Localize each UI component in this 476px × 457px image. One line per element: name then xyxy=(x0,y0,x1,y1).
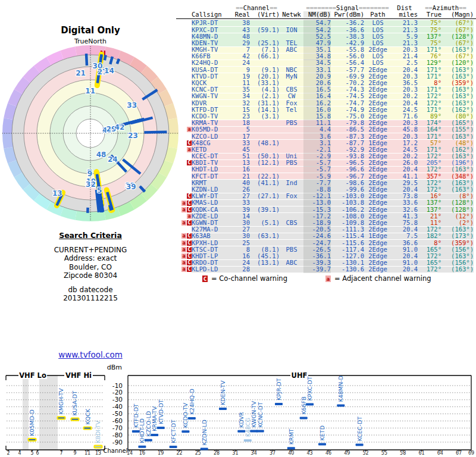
table-row: KMGH-TV7(7.1)ABC35.1-55.82Edge20.3171°(1… xyxy=(176,46,476,53)
y-axis-tick-label: -80 xyxy=(112,431,123,439)
signal-bar-callsign-label: KDVR xyxy=(238,412,245,428)
x-axis-tick-label: 40 xyxy=(288,450,294,456)
signal-bar xyxy=(71,418,79,421)
radar-channel-label: 11 xyxy=(85,87,95,95)
co-channel-badge-icon: C xyxy=(187,160,192,165)
signal-bar xyxy=(145,439,152,442)
co-channel-badge-icon: C xyxy=(187,240,192,246)
signal-bar xyxy=(287,447,295,449)
table-row: KPJR-DT3854.7-36.2LOS21.375°(67°) xyxy=(176,20,476,26)
radar-channel-label: 24 xyxy=(108,155,118,164)
signal-bar-callsign-label: K24HQ-D xyxy=(189,389,195,415)
co-channel-badge-icon: C xyxy=(187,260,192,265)
co-channel-badge-icon: C xyxy=(187,140,192,146)
signal-bar xyxy=(157,427,165,429)
table-row: KFCT-DT21(22.1)-5.9-96.72Edge41.1357°(34… xyxy=(176,173,476,180)
table-row: aCKLPD-LD28-39.7-130.62Edge20.4172°(163°… xyxy=(176,266,476,273)
band-label: UHF xyxy=(292,371,308,380)
y-axis-tick-label: -90 xyxy=(112,439,123,446)
signal-bar-callsign-label: KWGN-TV xyxy=(250,400,257,427)
x-axis-tick-label: 61 xyxy=(418,450,424,456)
band-label: VHF Hi xyxy=(65,371,92,380)
db-datecode: db datecode 201301112215 xyxy=(0,286,181,302)
table-row: KDEN-TV29(25.1)TEL47.9-42.9LOS21.375°(67… xyxy=(176,40,476,46)
signal-bar-callsign-label: KFCT-DT xyxy=(170,420,177,443)
signal-bar xyxy=(256,430,264,432)
table-row: aKZDE-LD14-17.2-108.02Edge41.321°(12°) xyxy=(176,213,476,220)
radar-channel-label: 32 xyxy=(86,180,96,189)
x-axis-tick-label: 16 xyxy=(139,450,145,456)
table-row: aCKHDT-LP16(45.1)-36.1-127.02Edge20.4172… xyxy=(176,253,476,259)
table-row: KZDN-LD26-8.8-99.62Edge20.4172°(163°) xyxy=(176,186,476,193)
co-channel-badge-icon: C xyxy=(187,201,192,206)
search-address-type: Address: exact xyxy=(0,254,181,263)
x-axis-tick-label: 19 xyxy=(158,450,164,456)
table-row: KQCK11(33.1)20.6-70.22Edge36.58°(359°) xyxy=(176,80,476,86)
adjacent-channel-badge-icon: a xyxy=(181,267,186,272)
search-mode: CURRENT+PENDING xyxy=(0,246,181,255)
radar-channel-label: 13 xyxy=(52,189,62,198)
signal-table: ==Channel==========Signal========Dist==A… xyxy=(176,5,476,273)
signal-bar xyxy=(306,403,314,406)
signal-table-header: ==Channel==========Signal========Dist==A… xyxy=(176,5,476,19)
table-row: K24HQ-D2434.5-56.4LOS2.5129°(120°) xyxy=(176,60,476,67)
x-axis-tick-label: 7 xyxy=(60,450,62,456)
table-row: KWGN-TV34(2.1)CW16.4-74.52Edge20.2172°(1… xyxy=(176,93,476,99)
band-label: VHF Lo xyxy=(19,371,46,380)
radar-spoke xyxy=(117,59,119,64)
co-channel-badge-icon: C xyxy=(187,207,192,212)
table-row: KTFD-DT15(14.1)Tel16.0-74.92Edge24.5171°… xyxy=(176,107,476,113)
signal-bar xyxy=(356,444,364,446)
table-row: CKBDI-TV13(12.1)PBS-5.7-96.52Edge26.0205… xyxy=(176,159,476,166)
signal-bar-callsign-label: KPJR-DT xyxy=(275,378,282,400)
search-city: Boulder, CO xyxy=(0,263,181,272)
signal-bar xyxy=(337,405,345,407)
y-axis-tick-label: -40 xyxy=(112,403,123,410)
radar-spoke xyxy=(144,132,167,133)
x-axis-tick-label: 6 xyxy=(36,450,39,456)
table-row: aCKPXH-LD25-24.7-115.62Edge36.68°(359°) xyxy=(176,240,476,246)
signal-bar-callsign-label: KCEC-DT xyxy=(356,417,363,442)
signal-bar-callsign-label: KDEN-TV xyxy=(220,380,226,405)
radar-spoke xyxy=(105,55,106,61)
signal-bar xyxy=(170,446,177,448)
adjacent-channel-badge-icon: a xyxy=(181,260,186,265)
radar-chart-title: Digital Only xyxy=(0,25,181,36)
signal-bar xyxy=(138,446,146,448)
signal-bar-callsign-label: KRMA-TV xyxy=(151,406,158,431)
signal-bar-callsign-label: KETD xyxy=(319,425,325,440)
table-row: KCNC-DT35(4.1)CBS16.5-74.32Edge20.3171°(… xyxy=(176,86,476,93)
vhf-fm-gap-band xyxy=(39,375,58,450)
table-row: K66FB42(66.1)34.8-56.0LOS21.476°(67°) xyxy=(176,53,476,60)
x-axis-tick-label: 11 xyxy=(84,450,90,456)
signal-bar xyxy=(29,439,36,441)
x-axis-tick-label: 34 xyxy=(251,450,257,456)
x-axis-tick-label: 2 xyxy=(7,450,10,456)
signal-bar xyxy=(84,427,92,430)
signal-bar-callsign-label: K66FB xyxy=(300,396,307,414)
adjacent-channel-badge-icon: a xyxy=(181,201,186,206)
tvfool-link[interactable]: www.tvfool.com xyxy=(0,350,181,359)
radar-channel-label: 42 xyxy=(115,123,125,132)
signal-bar-callsign-label: KMGH-TV xyxy=(58,388,65,414)
adjacent-channel-badge-icon: a xyxy=(181,233,186,239)
co-channel-badge-icon: C xyxy=(187,233,192,239)
x-axis-tick-label: 31 xyxy=(232,450,238,456)
table-row: aCKMAS-LD33-13.0-103.82Edge33.6137°(128°… xyxy=(176,199,476,206)
table-row: aCKRDO-DT24(13.1)ABC-39.3-130.12Edge91.0… xyxy=(176,259,476,266)
adjacent-channel-badge-icon: a xyxy=(187,214,192,219)
adjacent-channel-legend-text: = Adjacent channel warning xyxy=(334,274,431,283)
tvfool-report-page: Digital Only TrueNorthN38434829742249191… xyxy=(0,0,476,457)
table-row: K27MA-D27-20.5-111.32Edge20.4172°(163°) xyxy=(176,226,476,233)
x-axis-tick-label: 58 xyxy=(400,450,406,456)
adjacent-channel-badge-icon: a xyxy=(187,147,192,152)
signal-bar-callsign-label: KTFD-DT xyxy=(133,403,139,428)
signal-bar-callsign-label: KQCK xyxy=(84,408,91,424)
signal-table-rows: KPJR-DT3854.7-36.2LOS21.375°(67°)KPXC-DT… xyxy=(176,20,476,273)
table-row: aCKTSC-DT8(8.1)PBS-26.5-117.42Edge91.016… xyxy=(176,246,476,253)
radar-channel-label: 48 xyxy=(96,151,107,159)
y-axis-tick-label: -50 xyxy=(112,410,123,417)
table-row: aK05MD-D54.4-86.52Edge45.8164°(155°) xyxy=(176,126,476,133)
x-axis-tick-label: 37 xyxy=(270,450,275,456)
x-axis-tick-label: 52 xyxy=(363,450,369,456)
